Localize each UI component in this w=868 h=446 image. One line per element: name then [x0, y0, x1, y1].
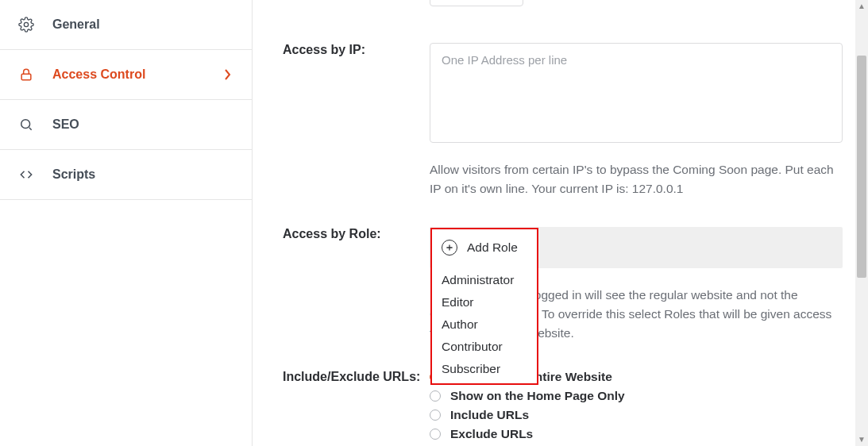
settings-sidebar: General Access Control — [0, 0, 253, 446]
access-by-ip-hint: Allow visitors from certain IP's to bypa… — [430, 160, 843, 198]
field-label-access-by-role: Access by Role: — [253, 227, 430, 241]
scroll-thumb[interactable] — [857, 56, 866, 278]
role-option[interactable]: Author — [432, 313, 537, 336]
svg-rect-1 — [21, 74, 31, 80]
radio-exclude-urls[interactable]: Exclude URLs — [430, 427, 843, 441]
radio-home-page-only[interactable]: Show on the Home Page Only — [430, 389, 843, 403]
scroll-up-icon[interactable]: ▲ — [855, 0, 868, 13]
radio-icon — [430, 390, 441, 402]
sidebar-item-seo[interactable]: SEO — [0, 100, 252, 150]
sidebar-item-general[interactable]: General — [0, 0, 252, 50]
sidebar-item-label: General — [52, 17, 100, 32]
role-option[interactable]: Subscriber — [432, 358, 537, 380]
plus-circle-icon — [442, 240, 457, 256]
add-role-dropdown: Administrator Editor Author Contributor … — [430, 264, 538, 385]
settings-form: Bypass URL Expires: Access by IP: Allow … — [253, 0, 868, 446]
add-role-button[interactable]: Add Role — [430, 228, 538, 266]
role-option[interactable]: Editor — [432, 291, 537, 313]
svg-point-2 — [21, 120, 30, 129]
gear-icon — [17, 16, 35, 33]
code-icon — [17, 166, 35, 183]
radio-label: Exclude URLs — [450, 427, 533, 441]
sidebar-item-scripts[interactable]: Scripts — [0, 150, 252, 200]
role-option[interactable]: Administrator — [432, 269, 537, 291]
field-label-access-by-ip: Access by IP: — [253, 43, 430, 57]
access-by-ip-input[interactable] — [430, 43, 843, 143]
radio-icon — [430, 429, 441, 440]
radio-label: Include URLs — [450, 408, 529, 422]
sidebar-item-label: Access Control — [52, 67, 145, 82]
radio-include-urls[interactable]: Include URLs — [430, 408, 843, 422]
radio-label: Show on the Home Page Only — [450, 389, 625, 403]
sidebar-item-label: SEO — [52, 117, 79, 132]
chevron-right-icon — [224, 69, 231, 80]
sidebar-item-label: Scripts — [52, 167, 95, 182]
svg-point-0 — [24, 22, 28, 26]
bypass-url-expires-select[interactable] — [430, 0, 523, 6]
add-role-button-label: Add Role — [467, 240, 518, 255]
search-icon — [17, 116, 35, 133]
radio-icon — [430, 409, 441, 421]
scroll-down-icon[interactable]: ▼ — [855, 433, 868, 446]
sidebar-item-access-control[interactable]: Access Control — [0, 50, 252, 100]
lock-icon — [17, 66, 35, 83]
vertical-scrollbar[interactable]: ▲ ▼ — [855, 0, 868, 446]
field-label-include-exclude: Include/Exclude URLs: — [253, 370, 430, 384]
role-option[interactable]: Contributor — [432, 336, 537, 358]
